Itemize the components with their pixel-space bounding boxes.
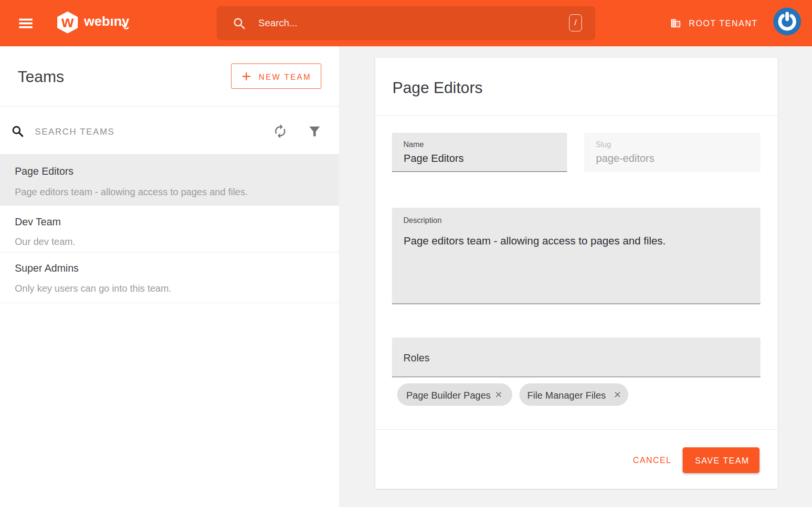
svg-text:w: w [61, 13, 74, 31]
